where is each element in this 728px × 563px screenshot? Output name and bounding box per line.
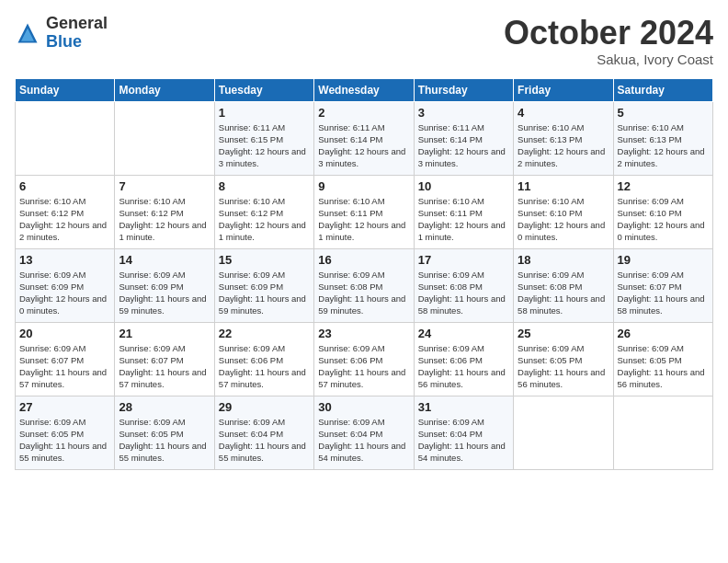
day-info: Sunrise: 6:09 AM Sunset: 6:09 PM Dayligh… [19,269,110,317]
calendar-cell: 17Sunrise: 6:09 AM Sunset: 6:08 PM Dayli… [414,248,513,322]
calendar-cell: 19Sunrise: 6:09 AM Sunset: 6:07 PM Dayli… [613,248,712,322]
calendar-cell: 2Sunrise: 6:11 AM Sunset: 6:14 PM Daylig… [314,101,414,175]
day-info: Sunrise: 6:09 AM Sunset: 6:06 PM Dayligh… [418,342,509,391]
day-number: 19 [618,253,709,267]
calendar-table: SundayMondayTuesdayWednesdayThursdayFrid… [15,78,713,470]
day-info: Sunrise: 6:09 AM Sunset: 6:05 PM Dayligh… [119,416,210,465]
day-number: 16 [318,253,409,267]
calendar-cell: 31Sunrise: 6:09 AM Sunset: 6:04 PM Dayli… [414,396,513,469]
weekday-header-saturday: Saturday [613,78,712,101]
calendar-cell: 26Sunrise: 6:09 AM Sunset: 6:05 PM Dayli… [613,322,712,396]
day-number: 3 [418,106,509,120]
weekday-header-monday: Monday [115,78,214,101]
day-info: Sunrise: 6:10 AM Sunset: 6:11 PM Dayligh… [318,195,409,244]
day-number: 30 [318,400,409,414]
calendar-cell: 29Sunrise: 6:09 AM Sunset: 6:04 PM Dayli… [214,396,313,469]
day-number: 21 [119,327,210,340]
day-info: Sunrise: 6:10 AM Sunset: 6:13 PM Dayligh… [618,121,709,170]
calendar-cell: 24Sunrise: 6:09 AM Sunset: 6:06 PM Dayli… [414,322,513,396]
day-number: 24 [418,327,509,340]
day-number: 1 [219,106,310,120]
day-number: 27 [19,400,110,414]
logo-icon [15,20,40,46]
calendar-cell: 13Sunrise: 6:09 AM Sunset: 6:09 PM Dayli… [16,248,115,322]
calendar-cell: 7Sunrise: 6:10 AM Sunset: 6:12 PM Daylig… [115,175,214,248]
logo-blue-text: Blue [46,33,108,52]
calendar-cell [115,101,214,175]
day-info: Sunrise: 6:09 AM Sunset: 6:05 PM Dayligh… [19,416,110,465]
day-number: 5 [618,106,709,120]
day-info: Sunrise: 6:09 AM Sunset: 6:08 PM Dayligh… [518,269,609,317]
calendar-cell: 27Sunrise: 6:09 AM Sunset: 6:05 PM Dayli… [16,396,115,469]
calendar-cell: 4Sunrise: 6:10 AM Sunset: 6:13 PM Daylig… [514,101,613,175]
calendar-cell: 23Sunrise: 6:09 AM Sunset: 6:06 PM Dayli… [314,322,414,396]
day-info: Sunrise: 6:11 AM Sunset: 6:14 PM Dayligh… [318,121,409,170]
day-info: Sunrise: 6:09 AM Sunset: 6:07 PM Dayligh… [119,342,210,391]
weekday-header-row: SundayMondayTuesdayWednesdayThursdayFrid… [16,78,713,101]
day-number: 10 [418,179,509,193]
calendar-cell: 14Sunrise: 6:09 AM Sunset: 6:09 PM Dayli… [115,248,214,322]
day-info: Sunrise: 6:09 AM Sunset: 6:04 PM Dayligh… [318,416,409,465]
day-number: 18 [518,253,609,267]
title-block: October 2024 Sakua, Ivory Coast [504,15,713,67]
day-info: Sunrise: 6:10 AM Sunset: 6:12 PM Dayligh… [219,195,310,244]
page-header: General Blue October 2024 Sakua, Ivory C… [15,15,713,67]
calendar-cell: 15Sunrise: 6:09 AM Sunset: 6:09 PM Dayli… [214,248,313,322]
day-info: Sunrise: 6:09 AM Sunset: 6:04 PM Dayligh… [219,416,310,465]
logo-general-text: General [46,15,108,33]
calendar-cell: 10Sunrise: 6:10 AM Sunset: 6:11 PM Dayli… [414,175,513,248]
day-info: Sunrise: 6:09 AM Sunset: 6:08 PM Dayligh… [418,269,509,317]
day-info: Sunrise: 6:09 AM Sunset: 6:08 PM Dayligh… [318,269,409,317]
weekday-header-tuesday: Tuesday [214,78,313,101]
day-number: 12 [618,179,709,193]
day-number: 11 [518,179,609,193]
calendar-week-row: 6Sunrise: 6:10 AM Sunset: 6:12 PM Daylig… [16,175,713,248]
calendar-cell: 21Sunrise: 6:09 AM Sunset: 6:07 PM Dayli… [115,322,214,396]
day-info: Sunrise: 6:10 AM Sunset: 6:11 PM Dayligh… [418,195,509,244]
day-number: 4 [518,106,609,120]
day-number: 13 [19,253,110,267]
weekday-header-thursday: Thursday [414,78,513,101]
day-info: Sunrise: 6:10 AM Sunset: 6:12 PM Dayligh… [119,195,210,244]
day-number: 25 [518,327,609,340]
calendar-cell: 25Sunrise: 6:09 AM Sunset: 6:05 PM Dayli… [514,322,613,396]
calendar-cell [514,396,613,469]
day-info: Sunrise: 6:09 AM Sunset: 6:06 PM Dayligh… [318,342,409,391]
calendar-cell: 30Sunrise: 6:09 AM Sunset: 6:04 PM Dayli… [314,396,414,469]
day-number: 29 [219,400,310,414]
month-title: October 2024 [504,15,713,52]
day-number: 15 [219,253,310,267]
day-info: Sunrise: 6:09 AM Sunset: 6:09 PM Dayligh… [119,269,210,317]
day-info: Sunrise: 6:09 AM Sunset: 6:07 PM Dayligh… [19,342,110,391]
day-info: Sunrise: 6:10 AM Sunset: 6:13 PM Dayligh… [518,121,609,170]
calendar-week-row: 20Sunrise: 6:09 AM Sunset: 6:07 PM Dayli… [16,322,713,396]
calendar-cell: 16Sunrise: 6:09 AM Sunset: 6:08 PM Dayli… [314,248,414,322]
calendar-cell: 5Sunrise: 6:10 AM Sunset: 6:13 PM Daylig… [613,101,712,175]
day-number: 23 [318,327,409,340]
day-number: 8 [219,179,310,193]
calendar-cell: 18Sunrise: 6:09 AM Sunset: 6:08 PM Dayli… [514,248,613,322]
calendar-cell [16,101,115,175]
day-number: 9 [318,179,409,193]
day-number: 26 [618,327,709,340]
calendar-cell: 22Sunrise: 6:09 AM Sunset: 6:06 PM Dayli… [214,322,313,396]
location-subtitle: Sakua, Ivory Coast [504,52,713,67]
day-info: Sunrise: 6:10 AM Sunset: 6:12 PM Dayligh… [19,195,110,244]
day-number: 31 [418,400,509,414]
calendar-cell: 3Sunrise: 6:11 AM Sunset: 6:14 PM Daylig… [414,101,513,175]
calendar-cell: 9Sunrise: 6:10 AM Sunset: 6:11 PM Daylig… [314,175,414,248]
day-number: 6 [19,179,110,193]
calendar-week-row: 1Sunrise: 6:11 AM Sunset: 6:15 PM Daylig… [16,101,713,175]
day-number: 22 [219,327,310,340]
day-info: Sunrise: 6:09 AM Sunset: 6:09 PM Dayligh… [219,269,310,317]
calendar-cell: 1Sunrise: 6:11 AM Sunset: 6:15 PM Daylig… [214,101,313,175]
calendar-cell: 11Sunrise: 6:10 AM Sunset: 6:10 PM Dayli… [514,175,613,248]
calendar-week-row: 27Sunrise: 6:09 AM Sunset: 6:05 PM Dayli… [16,396,713,469]
day-info: Sunrise: 6:10 AM Sunset: 6:10 PM Dayligh… [518,195,609,244]
day-number: 17 [418,253,509,267]
day-info: Sunrise: 6:09 AM Sunset: 6:07 PM Dayligh… [618,269,709,317]
weekday-header-friday: Friday [514,78,613,101]
logo-text: General Blue [46,15,108,52]
logo: General Blue [15,15,108,52]
day-info: Sunrise: 6:09 AM Sunset: 6:05 PM Dayligh… [618,342,709,391]
